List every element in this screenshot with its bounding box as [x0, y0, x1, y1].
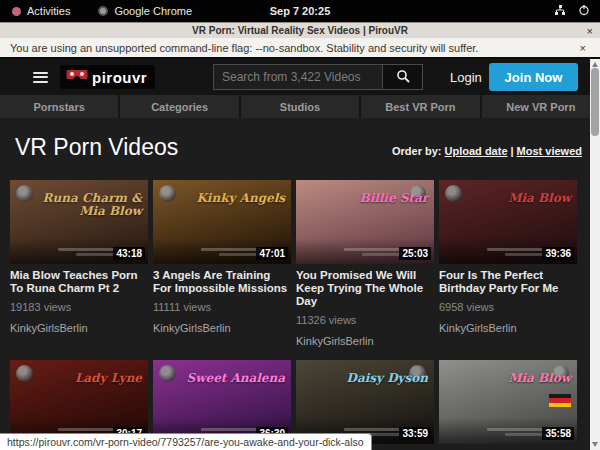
status-url: https://pirouvr.com/vr-porn-video/779325…: [7, 436, 364, 448]
page-content: VR Porn Videos Order by: Upload date|Mos…: [0, 118, 600, 450]
network-icon[interactable]: [554, 4, 566, 18]
video-views: 19183 views: [10, 301, 148, 313]
power-icon[interactable]: [578, 4, 590, 18]
thumbnail-overlay-title: Mia Blow: [469, 372, 571, 385]
site-logo[interactable]: pirouvr: [60, 65, 155, 89]
app-menu-button[interactable]: Google Chrome: [114, 5, 192, 17]
site-header: pirouvr Login Join Now: [0, 59, 600, 95]
window-titlebar[interactable]: VR Porn: Virtual Reality Sex Videos | Pi…: [0, 22, 600, 38]
studio-logo-watermark: [159, 185, 176, 202]
warning-close-icon[interactable]: ×: [580, 42, 600, 54]
nav-item-studios[interactable]: Studios: [241, 95, 361, 118]
video-views: 11111 views: [153, 301, 291, 313]
scroll-up-icon[interactable]: [592, 62, 598, 67]
scrollbar[interactable]: [590, 59, 600, 450]
studio-logo-watermark: [16, 365, 33, 382]
thumbnail-overlay-title: Mia Blow: [469, 192, 571, 205]
search-bar: [213, 64, 423, 90]
video-title[interactable]: Mia Blow Teaches Porn To Runa Charm Pt 2: [10, 269, 148, 295]
video-thumbnail[interactable]: Mia Blow 39:36: [439, 180, 577, 264]
scrollbar-thumb[interactable]: [591, 68, 599, 136]
screen: Activities Google Chrome Sep 7 20:25 VR …: [0, 0, 600, 450]
studio-link[interactable]: KinkyGirlsBerlin: [10, 322, 148, 334]
window-close-icon[interactable]: ×: [587, 25, 600, 37]
nav-item-categories[interactable]: Categories: [120, 95, 240, 118]
page-title: VR Porn Videos: [15, 134, 178, 161]
thumbnail-overlay-title: Daisy Dyson: [326, 372, 428, 385]
german-flag: [549, 394, 571, 407]
nav-item-new-vr-porn[interactable]: New VR Porn: [482, 95, 600, 118]
video-thumbnail[interactable]: Daisy Dyson 33:59: [296, 360, 434, 444]
status-bar: https://pirouvr.com/vr-porn-video/779325…: [0, 433, 372, 450]
video-duration: 39:36: [542, 247, 574, 260]
video-duration: 33:59: [399, 427, 431, 440]
video-title[interactable]: Four Is The Perfect Birthday Party For M…: [439, 269, 577, 295]
studio-link[interactable]: KinkyGirlsBerlin: [439, 322, 577, 334]
thumbnail-overlay-title: Billie Star: [326, 192, 428, 205]
search-icon: [396, 69, 410, 86]
thumbnail-caption: [58, 246, 118, 256]
thumbnail-overlay-title: Kinky Angels: [183, 192, 285, 205]
chrome-app-icon: [98, 6, 108, 16]
studio-link[interactable]: KinkyGirlsBerlin: [296, 335, 434, 347]
order-by-upload-date-link[interactable]: Upload date: [445, 145, 508, 157]
video-duration: 35:58: [542, 427, 574, 440]
video-card[interactable]: Kinky Angels 47:01 3 Angels Are Training…: [153, 180, 291, 347]
video-title[interactable]: You Promised We Will Keep Trying The Who…: [296, 269, 434, 308]
distro-icon: [12, 7, 21, 16]
studio-link[interactable]: KinkyGirlsBerlin: [153, 322, 291, 334]
video-thumbnail[interactable]: Runa Charm & Mia Blow 43:18: [10, 180, 148, 264]
thumbnail-overlay-title: Lady Lyne: [40, 372, 142, 385]
video-title[interactable]: 3 Angels Are Training For Impossible Mis…: [153, 269, 291, 295]
login-link[interactable]: Login: [450, 70, 482, 85]
video-thumbnail[interactable]: Mia Blow 35:58: [439, 360, 577, 444]
thumbnail-caption: [201, 246, 261, 256]
window-title: VR Porn: Virtual Reality Sex Videos | Pi…: [0, 25, 600, 36]
video-grid: Runa Charm & Mia Blow 43:18 Mia Blow Tea…: [10, 180, 592, 450]
video-card[interactable]: Runa Charm & Mia Blow 43:18 Mia Blow Tea…: [10, 180, 148, 347]
thumbnail-overlay-title: Runa Charm & Mia Blow: [40, 192, 142, 218]
search-input[interactable]: [214, 65, 382, 89]
thumbnail-caption: [487, 426, 547, 436]
logo-text: pirouvr: [92, 69, 147, 86]
browser-warning-bar: You are using an unsupported command-lin…: [0, 38, 600, 59]
video-card[interactable]: Mia Blow 39:36 Four Is The Perfect Birth…: [439, 180, 577, 347]
order-by-most-viewed-link[interactable]: Most viewed: [517, 145, 582, 157]
studio-logo-watermark: [159, 365, 176, 382]
activities-button[interactable]: Activities: [27, 5, 70, 17]
order-by-label: Order by:: [392, 145, 442, 157]
studio-logo-watermark: [445, 185, 462, 202]
system-top-bar: Activities Google Chrome Sep 7 20:25: [0, 0, 600, 22]
nav-item-pornstars[interactable]: Pornstars: [0, 95, 120, 118]
main-nav: Pornstars Categories Studios Best VR Por…: [0, 95, 600, 118]
scroll-down-icon[interactable]: [592, 442, 598, 447]
vr-goggles-icon: [66, 68, 88, 86]
thumbnail-caption: [344, 246, 404, 256]
video-thumbnail[interactable]: Lady Lyne 30:17: [10, 360, 148, 444]
hamburger-menu-icon[interactable]: [33, 72, 48, 83]
video-card[interactable]: Billie Star 25:03 You Promised We Will K…: [296, 180, 434, 347]
video-thumbnail[interactable]: Kinky Angels 47:01: [153, 180, 291, 264]
video-views: 11326 views: [296, 314, 434, 326]
thumbnail-overlay-title: Sweet Analena: [183, 372, 285, 385]
video-thumbnail[interactable]: Sweet Analena 36:30: [153, 360, 291, 444]
search-button[interactable]: [382, 65, 422, 89]
order-by: Order by: Upload date|Most viewed: [392, 145, 582, 161]
video-views: 6958 views: [439, 301, 577, 313]
nav-item-best-vr-porn[interactable]: Best VR Porn: [361, 95, 481, 118]
order-by-separator: |: [508, 145, 517, 157]
video-duration: 47:01: [256, 247, 288, 260]
video-duration: 25:03: [399, 247, 431, 260]
video-thumbnail[interactable]: Billie Star 25:03: [296, 180, 434, 264]
video-duration: 43:18: [113, 247, 145, 260]
studio-logo-watermark: [16, 185, 33, 202]
video-card[interactable]: Mia Blow 35:58 Milf Teaches The Teacher …: [439, 360, 577, 450]
warning-message: You are using an unsupported command-lin…: [0, 42, 478, 54]
join-now-button[interactable]: Join Now: [489, 63, 578, 91]
thumbnail-caption: [487, 246, 547, 256]
